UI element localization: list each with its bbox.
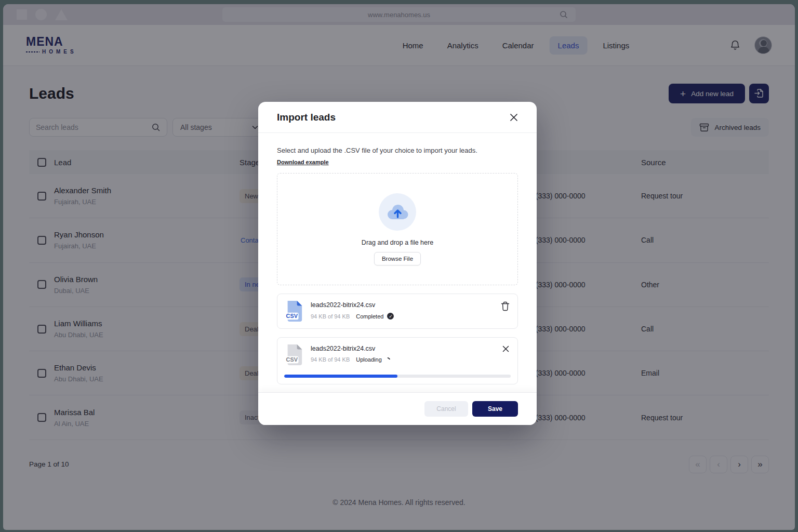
cancel-button[interactable]: Cancel: [424, 401, 468, 417]
cloud-upload-icon: [379, 193, 416, 231]
uploaded-file-item: CSV leads2022-bitrix24.csv 94 KB of 94 K…: [277, 294, 518, 329]
upload-progress-fill: [284, 375, 397, 378]
check-circle-icon: ✓: [387, 313, 394, 320]
file-name: leads2022-bitrix24.csv: [311, 301, 493, 309]
file-name: leads2022-bitrix24.csv: [311, 345, 494, 352]
file-status: Uploading: [356, 356, 390, 363]
close-icon: [502, 345, 510, 353]
modal-description: Select and upload the .CSV file of your …: [277, 147, 518, 154]
save-button[interactable]: Save: [472, 401, 518, 417]
modal-title: Import leads: [277, 112, 336, 123]
spinner-icon: [384, 356, 391, 363]
modal-close-button[interactable]: [507, 110, 521, 125]
trash-icon: [501, 301, 510, 311]
browse-file-button[interactable]: Browse File: [374, 252, 421, 265]
cancel-upload-button[interactable]: [501, 344, 511, 354]
delete-file-button[interactable]: [500, 300, 511, 312]
svg-text:CSV: CSV: [286, 356, 298, 363]
file-size: 94 KB of 94 KB: [311, 356, 350, 363]
svg-text:CSV: CSV: [286, 313, 298, 319]
import-leads-modal: Import leads Select and upload the .CSV …: [258, 102, 537, 425]
close-icon: [509, 112, 519, 123]
file-dropzone[interactable]: Drag and drop a file here Browse File: [277, 173, 518, 285]
upload-progress-track: [284, 375, 511, 378]
drop-hint-text: Drag and drop a file here: [362, 239, 433, 246]
file-size: 94 KB of 94 KB: [311, 313, 350, 320]
download-example-link[interactable]: Download example: [277, 159, 329, 165]
csv-file-icon: CSV: [284, 344, 304, 366]
csv-file-icon: CSV: [284, 300, 304, 322]
uploading-file-item: CSV leads2022-bitrix24.csv 94 KB of 94 K…: [277, 337, 518, 384]
file-status: Completed ✓: [356, 313, 394, 320]
